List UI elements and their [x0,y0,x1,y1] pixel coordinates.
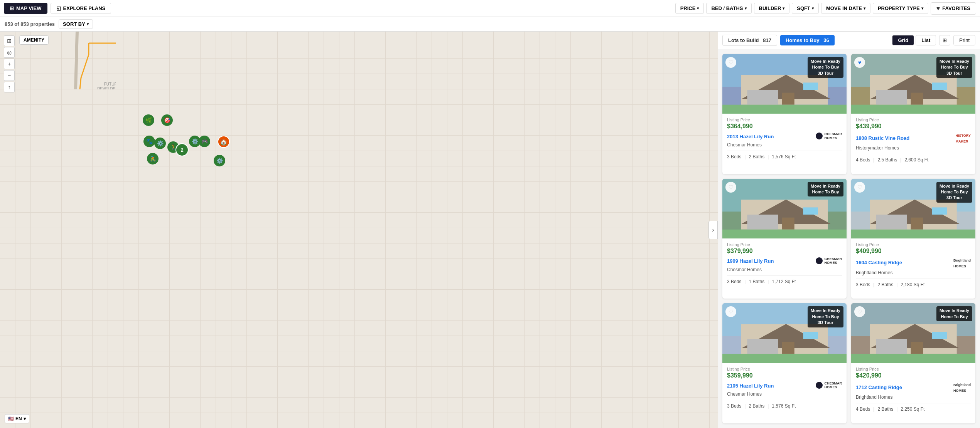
zoom-out-button[interactable]: − [4,70,15,81]
builder-logo-brightland: BrightlandHOMES [953,383,971,393]
homes-label: Homes to Buy [786,37,819,43]
stat-divider: | [767,154,769,159]
homes-to-buy-button[interactable]: Homes to Buy 36 [780,35,835,45]
property-card[interactable]: ♡ Move In ReadyHome To Buy Listing Price… [722,179,847,299]
property-address[interactable]: 2013 Hazel Lily Run [727,134,774,139]
layers-button[interactable]: ⊞ [4,35,15,46]
top-nav: ⊞ MAP VIEW ◱ EXPLORE PLANS PRICE ▾ BED /… [0,0,980,17]
builder-filter[interactable]: BUILDER ▾ [754,3,790,14]
zoom-in-button[interactable]: + [4,59,15,69]
cards-grid: ♡ Move In ReadyHome To Buy3D Tour Listin… [718,49,980,428]
map-marker-amenity1[interactable]: 🎯 [161,114,173,126]
lots-to-build-button[interactable]: Lots to Build 817 [722,35,777,46]
price-label: Listing Price [727,367,842,371]
svg-rect-57 [747,215,778,230]
property-card[interactable]: ♡ Move In ReadyHome To Buy Listing Price… [851,303,975,423]
language-selector[interactable]: 🇺🇸 EN ▾ [5,414,29,423]
favorite-button[interactable]: ♥ [854,57,865,68]
favorite-button[interactable]: ♡ [854,182,865,193]
map-marker-cluster[interactable]: 2 [175,143,189,156]
property-address[interactable]: 1808 Rustic Vine Road [856,135,909,141]
favorite-button[interactable]: ♡ [725,182,736,193]
card-stats: 3 Beds | 2 Baths | 1,576 Sq Ft [727,400,842,409]
property-address[interactable]: 1604 Casting Ridge [856,260,902,265]
list-view-button[interactable]: List [916,35,936,45]
map-icon: ⊞ [10,5,14,11]
property-card[interactable]: ♥ Move In ReadyHome To Buy3D Tour Listin… [851,54,975,174]
move-in-date-filter[interactable]: MOVE IN DATE ▾ [821,3,870,14]
location-button[interactable]: ◎ [4,47,15,58]
map-area[interactable]: FUTURE DEVELOPMENT FUTURE DEVELOPMENT FU… [0,32,718,428]
svg-rect-79 [722,354,847,363]
sort-button[interactable]: SORT BY ▾ [59,19,93,29]
sqft-filter[interactable]: SQFT ▾ [792,3,819,14]
panel-top-bar: Lots to Build 817 Homes to Buy 36 Grid L… [718,32,980,49]
sort-label: SORT BY [63,21,85,27]
property-card[interactable]: ♡ Move In ReadyHome To Buy3D Tour Listin… [722,54,847,174]
bed-baths-filter[interactable]: BED / BATHS ▾ [706,3,751,14]
print-button[interactable]: Print [953,35,975,45]
sqft: 2,180 Sq Ft [901,282,924,287]
svg-rect-41 [803,82,818,90]
card-image: ♡ Move In ReadyHome To Buy3D Tour [722,54,847,114]
property-card[interactable]: ♡ Move In ReadyHome To Buy3D Tour Listin… [722,303,847,423]
builder-logo: CHESMARHOMES [816,257,842,265]
favorite-button[interactable]: ♡ [725,57,736,68]
stat-divider: | [896,406,897,412]
stat-divider: | [873,157,874,163]
stat-divider: | [744,154,746,159]
svg-rect-67 [911,217,923,229]
map-marker-tree[interactable]: 🌿 [143,114,154,126]
svg-rect-40 [782,93,794,105]
builder-name: Brightland Homes [856,270,971,275]
price-filter[interactable]: PRICE ▾ [675,3,704,14]
beds: 4 Beds [856,157,870,163]
explore-plans-button[interactable]: ◱ EXPLORE PLANS [51,3,111,14]
explore-plans-label: EXPLORE PLANS [63,5,106,11]
builder-logo: BrightlandHOMES [953,257,971,269]
chevron-down-icon: ▾ [24,416,26,421]
properties-count: 853 of 853 properties [5,21,55,27]
card-image: ♡ Move In ReadyHome To Buy3D Tour [851,179,975,238]
flag-icon: 🇺🇸 [8,416,14,421]
listing-price: $379,990 [727,248,842,255]
amenity-button[interactable]: AMENITY [19,35,49,45]
stat-divider: | [873,282,874,287]
map-marker-amenity2[interactable]: ⚙️ [154,138,166,149]
chevron-down-icon: ▾ [812,6,814,10]
property-address[interactable]: 1712 Casting Ridge [856,384,902,390]
card-image: ♥ Move In ReadyHome To Buy3D Tour [851,54,975,114]
north-button[interactable]: ↑ [4,82,15,92]
amenity-label: AMENITY [24,37,44,43]
explore-icon: ◱ [56,5,61,11]
favorites-label: FAVORITES [942,5,970,11]
grid-size-button[interactable]: ⊞ [939,35,950,45]
svg-rect-77 [803,332,818,339]
property-address[interactable]: 2105 Hazel Lily Run [727,383,774,389]
chevron-down-icon: ▾ [864,6,865,10]
baths: 2 Baths [877,406,893,412]
map-collapse-button[interactable]: › [708,221,718,239]
map-marker-house[interactable]: 🏠 [218,136,230,148]
svg-rect-88 [851,354,975,363]
map-marker-amenity5[interactable]: ⚙️ [214,155,225,166]
svg-rect-58 [782,217,794,229]
property-address[interactable]: 1909 Hazel Lily Run [727,258,774,264]
grid-label: Grid [898,37,908,43]
map-marker-dog[interactable]: 🐾 [143,136,155,147]
stat-divider: | [896,282,897,287]
lots-label: Lots to Build [728,37,759,43]
favorites-button[interactable]: ♥ FAVORITES [931,2,976,15]
property-card[interactable]: ♡ Move In ReadyHome To Buy3D Tour Listin… [851,179,975,299]
builder-logo: CHESMARHOMES [816,132,842,141]
chevron-down-icon: ▾ [697,6,699,10]
stat-divider: | [900,157,901,163]
grid-view-button[interactable]: Grid [892,35,914,45]
builder-name: Chesmar Homes [727,267,842,272]
map-marker-amenity4[interactable]: 🎮 [199,136,210,147]
property-type-filter[interactable]: PROPERTY TYPE ▾ [873,3,928,14]
baths: 2 Baths [877,282,893,287]
map-view-button[interactable]: ⊞ MAP VIEW [4,3,47,14]
map-marker-bike[interactable]: 🚴 [147,153,159,164]
address-row: 2013 Hazel Lily Run CHESMARHOMES [727,132,842,141]
